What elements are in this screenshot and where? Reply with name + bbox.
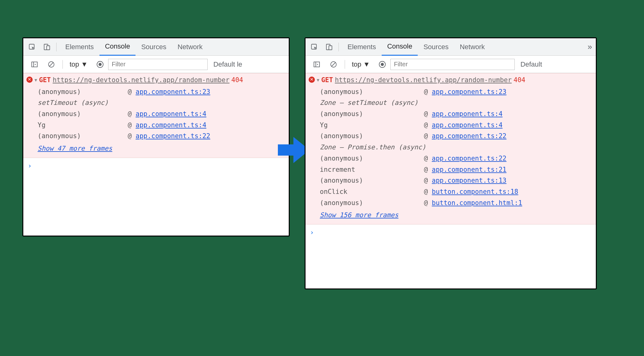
chevron-down-icon: ▼ <box>81 60 88 68</box>
async-divider: Zone — Promise.then (async) <box>320 142 593 153</box>
tab-sources[interactable]: Sources <box>418 38 454 56</box>
context-label: top <box>70 60 79 68</box>
svg-point-17 <box>381 63 384 66</box>
frame-link[interactable]: button.component.html:1 <box>432 199 522 207</box>
frame-fn: (anonymous) <box>38 131 128 142</box>
console-sidebar-toggle-icon[interactable] <box>28 58 41 71</box>
tab-sources[interactable]: Sources <box>136 38 172 56</box>
frame-fn: (anonymous) <box>320 109 424 120</box>
stack-frame: (anonymous) @ app.component.ts:22 <box>320 153 593 164</box>
divider <box>56 43 57 51</box>
context-selector[interactable]: top ▼ <box>350 59 372 70</box>
tab-console[interactable]: Console <box>382 38 418 56</box>
frame-link[interactable]: app.component.ts:21 <box>432 166 506 173</box>
frame-fn: increment <box>320 164 424 176</box>
frame-link[interactable]: app.component.ts:4 <box>432 110 503 118</box>
http-method: GET <box>321 75 333 86</box>
http-status: 404 <box>513 75 525 86</box>
frame-fn: (anonymous) <box>320 153 424 164</box>
stack-frame: (anonymous) @ app.component.ts:4 <box>320 109 593 120</box>
tab-elements[interactable]: Elements <box>342 38 382 56</box>
svg-rect-12 <box>314 62 320 67</box>
live-expression-icon[interactable] <box>94 58 106 71</box>
clear-console-icon[interactable] <box>327 58 340 71</box>
frame-link[interactable]: app.component.ts:22 <box>432 155 506 162</box>
frame-link[interactable]: app.component.ts:22 <box>136 132 210 140</box>
tabs-overflow-icon[interactable]: » <box>584 42 596 52</box>
expand-triangle-icon[interactable]: ▼ <box>317 77 319 84</box>
chevron-down-icon: ▼ <box>363 60 370 68</box>
stack-frame: (anonymous) @ button.component.html:1 <box>320 198 593 209</box>
console-prompt[interactable]: › <box>23 158 289 173</box>
console-body: ✕ ▼ GET https://ng-devtools.netlify.app/… <box>23 73 289 173</box>
svg-rect-11 <box>329 46 332 50</box>
log-levels[interactable]: Default <box>520 60 542 68</box>
divider <box>338 43 339 51</box>
console-body: ✕ ▼ GET https://ng-devtools.netlify.app/… <box>306 73 596 240</box>
stack-frame: (anonymous) @ app.component.ts:22 <box>320 131 593 142</box>
expand-triangle-icon[interactable]: ▼ <box>34 77 37 84</box>
frame-link[interactable]: app.component.ts:4 <box>432 121 503 129</box>
context-label: top <box>352 60 361 68</box>
console-prompt[interactable]: › <box>306 224 596 240</box>
stack-frame: (anonymous) @ app.component.ts:13 <box>320 175 593 186</box>
frame-fn: Yg <box>320 120 424 131</box>
filter-input[interactable] <box>108 59 208 70</box>
error-url[interactable]: https://ng-devtools.netlify.app/random-n… <box>335 75 512 86</box>
stack-frame: onClick @ button.component.ts:18 <box>320 186 593 198</box>
devtools-tabbar: Elements Console Sources Network » <box>306 38 596 56</box>
frame-fn: (anonymous) <box>320 87 424 98</box>
error-message: ✕ ▼ GET https://ng-devtools.netlify.app/… <box>306 73 596 224</box>
http-status: 404 <box>231 75 243 86</box>
frame-link[interactable]: app.component.ts:22 <box>432 132 506 140</box>
frame-fn: (anonymous) <box>38 87 128 98</box>
stack-frame: Yg @ app.component.ts:4 <box>38 120 286 131</box>
log-levels[interactable]: Default le <box>213 60 242 68</box>
async-divider: Zone — setTimeout (async) <box>320 97 593 109</box>
error-message: ✕ ▼ GET https://ng-devtools.netlify.app/… <box>23 73 289 158</box>
inspect-element-icon[interactable] <box>26 41 38 53</box>
inspect-element-icon[interactable] <box>308 41 320 53</box>
frame-link[interactable]: app.component.ts:23 <box>136 88 210 96</box>
frame-fn: (anonymous) <box>38 109 128 120</box>
svg-rect-2 <box>47 46 50 50</box>
devtools-tabbar: Elements Console Sources Network <box>23 38 289 56</box>
frame-fn: (anonymous) <box>320 175 424 186</box>
stack-frame: (anonymous) @ app.component.ts:23 <box>38 87 286 98</box>
frame-fn: Yg <box>38 120 128 131</box>
error-icon: ✕ <box>309 77 315 83</box>
filter-input[interactable] <box>390 59 515 70</box>
context-selector[interactable]: top ▼ <box>68 59 90 70</box>
error-icon: ✕ <box>26 77 33 83</box>
show-more-frames[interactable]: Show 156 more frames <box>320 210 398 221</box>
tab-network[interactable]: Network <box>454 38 490 56</box>
console-toolbar: top ▼ Default <box>306 56 596 73</box>
error-url[interactable]: https://ng-devtools.netlify.app/random-n… <box>53 75 229 86</box>
tab-console[interactable]: Console <box>99 38 136 56</box>
tab-elements[interactable]: Elements <box>60 38 99 56</box>
frame-link[interactable]: button.component.ts:18 <box>432 188 518 195</box>
frame-fn: (anonymous) <box>320 131 424 142</box>
frame-link[interactable]: app.component.ts:4 <box>136 121 206 129</box>
show-more-frames[interactable]: Show 47 more frames <box>38 143 112 154</box>
live-expression-icon[interactable] <box>376 58 389 71</box>
console-sidebar-toggle-icon[interactable] <box>310 58 323 71</box>
async-divider: setTimeout (async) <box>38 97 286 109</box>
devtools-panel-after: Elements Console Sources Network » top ▼… <box>305 37 597 289</box>
svg-line-6 <box>49 63 53 66</box>
console-toolbar: top ▼ Default le <box>23 56 289 73</box>
http-method: GET <box>39 75 51 86</box>
svg-line-15 <box>332 63 335 66</box>
divider <box>345 60 345 69</box>
svg-point-8 <box>99 63 101 66</box>
divider <box>62 60 63 69</box>
frame-link[interactable]: app.component.ts:23 <box>432 88 506 96</box>
frame-fn: onClick <box>320 186 424 198</box>
device-toolbar-icon[interactable] <box>323 41 335 53</box>
tab-network[interactable]: Network <box>172 38 208 56</box>
clear-console-icon[interactable] <box>45 58 58 71</box>
device-toolbar-icon[interactable] <box>41 41 53 53</box>
stack-frame: increment @ app.component.ts:21 <box>320 164 593 176</box>
frame-link[interactable]: app.component.ts:13 <box>432 177 506 184</box>
frame-link[interactable]: app.component.ts:4 <box>136 110 206 118</box>
